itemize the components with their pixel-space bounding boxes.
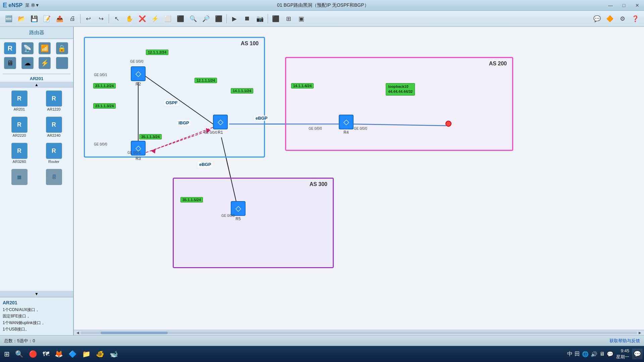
rect-button[interactable]: ⬜ <box>162 13 174 25</box>
device-AR2240[interactable]: R AR2240 <box>37 115 70 139</box>
router-R2[interactable]: ◇ R2 <box>131 66 146 86</box>
router-R1-label: R1 <box>218 130 223 135</box>
proto-eBGP-as300: eBGP <box>198 162 212 167</box>
print-button[interactable]: 🖨 <box>66 13 78 25</box>
sys-icons: 中 田 🌐 🔊 🖥 💬 <box>567 351 613 358</box>
menu-button[interactable]: 菜 单▼ <box>22 2 42 8</box>
app6-icon: 🐠 <box>96 350 104 358</box>
search-icon: 🔍 <box>15 350 23 358</box>
device-AR1220-label: AR1220 <box>47 107 61 111</box>
help-button[interactable]: ❓ <box>629 13 641 25</box>
close-button[interactable]: ✕ <box>631 0 644 11</box>
redo-button[interactable]: ↪ <box>95 13 107 25</box>
help-link[interactable]: 获取帮助与反馈 <box>609 338 640 344</box>
scroll-right-button[interactable]: ▶ <box>637 331 643 335</box>
zoom-out-button[interactable]: 🔎 <box>200 13 212 25</box>
app7-icon: 🐋 <box>110 350 118 358</box>
sidebar-antenna-icon[interactable]: 📶 <box>37 42 52 55</box>
as300-label: AS 300 <box>310 181 327 187</box>
text-button[interactable]: ⬛ <box>174 13 186 25</box>
export-button[interactable]: 📤 <box>54 13 66 25</box>
as100-box: AS 100 <box>84 37 265 158</box>
device-row-1: R AR201 R AR1220 <box>0 88 73 114</box>
stop-button[interactable]: ⏹ <box>241 13 253 25</box>
scroll-up-button[interactable]: ▲ <box>0 82 73 88</box>
delete-button[interactable]: ❌ <box>136 13 148 25</box>
pan-button[interactable]: ✋ <box>123 13 136 25</box>
undo-button[interactable]: ↩ <box>82 13 94 25</box>
chat-icon: 💬 <box>607 351 613 357</box>
minimize-button[interactable]: — <box>604 0 617 11</box>
scroll-down-button[interactable]: ▼ <box>0 291 73 297</box>
total-label: 总数： <box>4 338 17 344</box>
router-R4-icon[interactable]: ◇ <box>339 115 354 129</box>
open-button[interactable]: 📂 <box>15 13 28 25</box>
sidebar-desktop-icon[interactable]: 🖥 <box>3 56 17 70</box>
device-Router[interactable]: R Router <box>37 141 70 165</box>
saveas-button[interactable]: 💾 <box>28 13 40 25</box>
ip-loopback: loopback1044.44.44.44/32 <box>386 83 415 96</box>
taskbar-app5[interactable]: 📁 <box>79 347 93 361</box>
save-button[interactable]: 📝 <box>41 13 53 25</box>
device-AR3260[interactable]: R AR3260 <box>3 141 36 165</box>
proto-eBGP-as200: eBGP <box>254 115 269 121</box>
grid-icon: 田 <box>575 351 580 358</box>
terminal-button[interactable]: ▣ <box>295 13 307 25</box>
router-R5[interactable]: ◇ R5 <box>231 201 246 221</box>
taskbar-app2[interactable]: 🗺 <box>40 347 52 361</box>
notification-button[interactable]: 💬 <box>632 349 643 359</box>
canvas-area[interactable]: AS 100 AS 200 AS 300 ◇ R2 GE 0/0/1 GE 0/… <box>74 27 644 335</box>
router-R4[interactable]: ◇ R4 <box>339 115 354 135</box>
start-menu-button[interactable]: ⊞ <box>1 347 12 361</box>
app2-icon: 🗺 <box>43 350 49 358</box>
comment-button[interactable]: 💬 <box>591 13 603 25</box>
sidebar-wifi-icon[interactable]: 📡 <box>20 42 35 55</box>
device-AR2220[interactable]: R AR2220 <box>3 115 36 139</box>
router-R1-icon[interactable]: ◇ <box>213 115 228 129</box>
topo-button[interactable]: ⬛ <box>270 13 282 25</box>
device-server[interactable]: 🗄 <box>37 168 70 187</box>
router-R3-label: R3 <box>136 156 141 161</box>
toolbar: 🆕 📂 💾 📝 📤 🖨 ↩ ↪ ↖ ✋ ❌ ⚡ ⬜ ⬛ 🔍 🔎 ⬛ ▶ ⏹ 📷 … <box>0 11 644 27</box>
taskbar-app6[interactable]: 🐠 <box>93 347 107 361</box>
settings-button[interactable]: ⚙ <box>616 13 629 25</box>
selected-device-type: AR201 <box>0 75 73 82</box>
taskbar-app3[interactable]: 🦊 <box>52 347 66 361</box>
logo-icon: E <box>3 1 7 9</box>
ip-23112: 23.1.1.2/24 <box>93 83 116 88</box>
device-AR1220[interactable]: R AR1220 <box>37 89 70 113</box>
maximize-button[interactable]: □ <box>617 0 631 11</box>
scroll-thumb[interactable] <box>101 331 168 334</box>
pointer-button[interactable]: ↖ <box>111 13 123 25</box>
capture-button[interactable]: 📷 <box>254 13 266 25</box>
sidebar-extra-icon[interactable] <box>55 56 69 70</box>
router-R2-icon[interactable]: ◇ <box>131 66 146 81</box>
start-button[interactable]: ▶ <box>228 13 240 25</box>
zoom-in-button[interactable]: 🔍 <box>187 13 199 25</box>
fit-button[interactable]: ⬛ <box>213 13 225 25</box>
new-button[interactable]: 🆕 <box>3 13 15 25</box>
horizontal-scrollbar[interactable]: ◀ ▶ <box>74 330 644 335</box>
taskbar-app4[interactable]: 🔷 <box>66 347 79 361</box>
connect-button[interactable]: ⚡ <box>149 13 161 25</box>
table-button[interactable]: ⊞ <box>282 13 294 25</box>
taskbar-app1[interactable]: 🔴 <box>26 347 40 361</box>
huawei-button[interactable]: 🔶 <box>604 13 616 25</box>
as100-label: AS 100 <box>241 41 259 47</box>
device-switch1[interactable]: ▦ <box>3 168 36 187</box>
sidebar-header: 路由器 <box>0 27 73 39</box>
ip-35115: 35.1.1.5/24 <box>180 197 203 202</box>
as200-box: AS 200 <box>285 57 513 151</box>
main-area: 路由器 R 📡 📶 🔒 🖥 ☁ ⚡ <box>0 27 644 335</box>
taskbar-app7[interactable]: 🐋 <box>107 347 121 361</box>
sidebar-switch-icon[interactable]: ⚡ <box>37 56 52 70</box>
sidebar-security-icon[interactable]: 🔒 <box>55 42 69 55</box>
selected-label: 选中： <box>19 338 33 344</box>
sidebar-cloud-icon[interactable]: ☁ <box>20 56 35 70</box>
if-R2-ge000: GE 0/0/0 <box>130 60 143 63</box>
sidebar-router-icon[interactable]: R <box>3 42 17 55</box>
device-AR201[interactable]: R AR201 <box>3 89 36 113</box>
search-button[interactable]: 🔍 <box>12 347 26 361</box>
scroll-left-button[interactable]: ◀ <box>75 331 80 335</box>
if-R5-ge000: GE 0/0/0 <box>221 214 234 218</box>
